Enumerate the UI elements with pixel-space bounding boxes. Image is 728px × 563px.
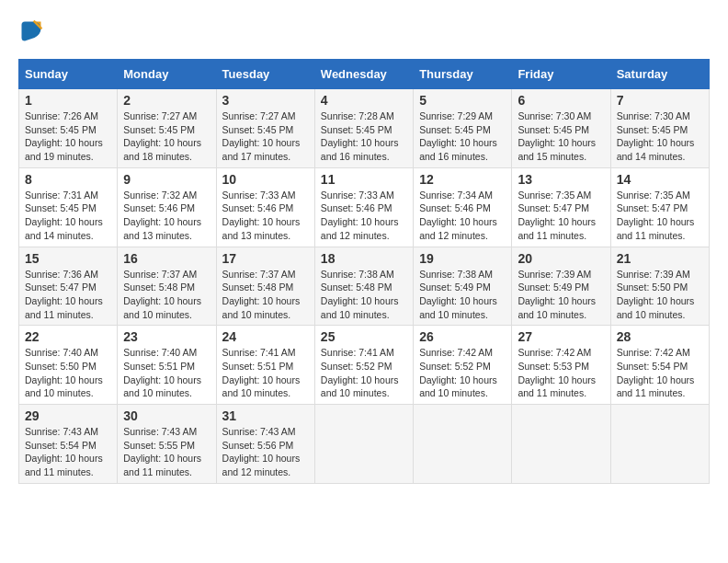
day-number: 30 — [123, 408, 210, 423]
day-info: Sunrise: 7:27 AMSunset: 5:45 PMDaylight:… — [222, 109, 309, 164]
day-number: 16 — [123, 251, 210, 266]
header-cell-monday: Monday — [118, 60, 216, 89]
day-number: 6 — [518, 93, 604, 108]
day-info: Sunrise: 7:33 AMSunset: 5:46 PMDaylight:… — [321, 189, 407, 243]
day-number: 7 — [617, 93, 703, 108]
calendar-cell: 29Sunrise: 7:43 AMSunset: 5:54 PMDayligh… — [19, 405, 118, 484]
calendar-cell: 28Sunrise: 7:42 AMSunset: 5:54 PMDayligh… — [610, 326, 709, 405]
day-number: 13 — [518, 172, 604, 187]
calendar-cell — [610, 405, 709, 484]
day-info: Sunrise: 7:38 AMSunset: 5:48 PMDaylight:… — [321, 268, 407, 322]
calendar-table: SundayMondayTuesdayWednesdayThursdayFrid… — [18, 59, 710, 484]
calendar-cell: 21Sunrise: 7:39 AMSunset: 5:50 PMDayligh… — [610, 247, 709, 326]
logo — [18, 18, 48, 44]
day-info: Sunrise: 7:40 AMSunset: 5:50 PMDaylight:… — [25, 346, 111, 400]
calendar-cell — [314, 405, 413, 484]
day-info: Sunrise: 7:32 AMSunset: 5:46 PMDaylight:… — [123, 189, 210, 243]
day-info: Sunrise: 7:30 AMSunset: 5:45 PMDaylight:… — [518, 109, 604, 164]
logo-icon — [18, 18, 44, 44]
header-cell-sunday: Sunday — [19, 60, 118, 89]
day-info: Sunrise: 7:35 AMSunset: 5:47 PMDaylight:… — [518, 189, 604, 243]
day-number: 26 — [419, 329, 506, 344]
day-info: Sunrise: 7:39 AMSunset: 5:50 PMDaylight:… — [617, 268, 703, 322]
calendar-cell — [512, 405, 610, 484]
day-number: 25 — [321, 329, 407, 344]
day-info: Sunrise: 7:37 AMSunset: 5:48 PMDaylight:… — [222, 268, 309, 322]
calendar-week-1: 1Sunrise: 7:26 AMSunset: 5:45 PMDaylight… — [19, 89, 710, 168]
day-number: 28 — [617, 329, 703, 344]
day-number: 27 — [518, 329, 604, 344]
day-info: Sunrise: 7:33 AMSunset: 5:46 PMDaylight:… — [222, 189, 309, 243]
day-number: 3 — [222, 93, 309, 108]
day-info: Sunrise: 7:34 AMSunset: 5:46 PMDaylight:… — [419, 189, 506, 243]
calendar-cell: 31Sunrise: 7:43 AMSunset: 5:56 PMDayligh… — [216, 405, 314, 484]
calendar-week-2: 8Sunrise: 7:31 AMSunset: 5:45 PMDaylight… — [19, 167, 710, 247]
calendar-cell: 1Sunrise: 7:26 AMSunset: 5:45 PMDaylight… — [19, 89, 118, 168]
day-number: 20 — [518, 251, 604, 266]
header-cell-wednesday: Wednesday — [314, 60, 413, 89]
header-cell-friday: Friday — [512, 60, 610, 89]
day-info: Sunrise: 7:43 AMSunset: 5:55 PMDaylight:… — [123, 425, 210, 479]
day-info: Sunrise: 7:30 AMSunset: 5:45 PMDaylight:… — [617, 109, 703, 164]
header-row: SundayMondayTuesdayWednesdayThursdayFrid… — [19, 60, 710, 89]
day-info: Sunrise: 7:35 AMSunset: 5:47 PMDaylight:… — [617, 189, 703, 243]
page-header — [18, 18, 710, 44]
calendar-cell: 16Sunrise: 7:37 AMSunset: 5:48 PMDayligh… — [118, 247, 216, 326]
calendar-cell: 13Sunrise: 7:35 AMSunset: 5:47 PMDayligh… — [512, 167, 610, 247]
calendar-cell: 9Sunrise: 7:32 AMSunset: 5:46 PMDaylight… — [118, 167, 216, 247]
calendar-cell: 12Sunrise: 7:34 AMSunset: 5:46 PMDayligh… — [414, 167, 512, 247]
day-number: 9 — [123, 172, 210, 187]
calendar-cell: 23Sunrise: 7:40 AMSunset: 5:51 PMDayligh… — [118, 326, 216, 405]
calendar-cell: 19Sunrise: 7:38 AMSunset: 5:49 PMDayligh… — [414, 247, 512, 326]
day-number: 29 — [25, 408, 111, 423]
calendar-cell: 18Sunrise: 7:38 AMSunset: 5:48 PMDayligh… — [314, 247, 413, 326]
calendar-cell: 4Sunrise: 7:28 AMSunset: 5:45 PMDaylight… — [314, 89, 413, 168]
calendar-cell: 11Sunrise: 7:33 AMSunset: 5:46 PMDayligh… — [314, 167, 413, 247]
day-number: 12 — [419, 172, 506, 187]
day-info: Sunrise: 7:42 AMSunset: 5:52 PMDaylight:… — [419, 346, 506, 400]
calendar-cell: 26Sunrise: 7:42 AMSunset: 5:52 PMDayligh… — [414, 326, 512, 405]
calendar-cell: 5Sunrise: 7:29 AMSunset: 5:45 PMDaylight… — [414, 89, 512, 168]
day-number: 18 — [321, 251, 407, 266]
calendar-cell: 3Sunrise: 7:27 AMSunset: 5:45 PMDaylight… — [216, 89, 314, 168]
day-info: Sunrise: 7:31 AMSunset: 5:45 PMDaylight:… — [25, 189, 111, 243]
calendar-cell: 22Sunrise: 7:40 AMSunset: 5:50 PMDayligh… — [19, 326, 118, 405]
day-number: 23 — [123, 329, 210, 344]
day-info: Sunrise: 7:43 AMSunset: 5:56 PMDaylight:… — [222, 425, 309, 479]
day-info: Sunrise: 7:41 AMSunset: 5:52 PMDaylight:… — [321, 346, 407, 400]
day-number: 21 — [617, 251, 703, 266]
day-number: 24 — [222, 329, 309, 344]
day-number: 31 — [222, 408, 309, 423]
day-number: 8 — [25, 172, 111, 187]
day-info: Sunrise: 7:28 AMSunset: 5:45 PMDaylight:… — [321, 109, 407, 164]
day-number: 4 — [321, 93, 407, 108]
day-number: 22 — [25, 329, 111, 344]
day-info: Sunrise: 7:36 AMSunset: 5:47 PMDaylight:… — [25, 268, 111, 322]
day-number: 5 — [419, 93, 506, 108]
calendar-cell: 27Sunrise: 7:42 AMSunset: 5:53 PMDayligh… — [512, 326, 610, 405]
day-number: 14 — [617, 172, 703, 187]
header-cell-thursday: Thursday — [414, 60, 512, 89]
calendar-cell: 8Sunrise: 7:31 AMSunset: 5:45 PMDaylight… — [19, 167, 118, 247]
day-info: Sunrise: 7:42 AMSunset: 5:53 PMDaylight:… — [518, 346, 604, 400]
calendar-cell: 7Sunrise: 7:30 AMSunset: 5:45 PMDaylight… — [610, 89, 709, 168]
header-cell-saturday: Saturday — [610, 60, 709, 89]
day-info: Sunrise: 7:41 AMSunset: 5:51 PMDaylight:… — [222, 346, 309, 400]
calendar-week-4: 22Sunrise: 7:40 AMSunset: 5:50 PMDayligh… — [19, 326, 710, 405]
day-info: Sunrise: 7:27 AMSunset: 5:45 PMDaylight:… — [123, 109, 210, 164]
day-info: Sunrise: 7:38 AMSunset: 5:49 PMDaylight:… — [419, 268, 506, 322]
calendar-cell: 2Sunrise: 7:27 AMSunset: 5:45 PMDaylight… — [118, 89, 216, 168]
calendar-week-3: 15Sunrise: 7:36 AMSunset: 5:47 PMDayligh… — [19, 247, 710, 326]
calendar-cell: 20Sunrise: 7:39 AMSunset: 5:49 PMDayligh… — [512, 247, 610, 326]
calendar-week-5: 29Sunrise: 7:43 AMSunset: 5:54 PMDayligh… — [19, 405, 710, 484]
calendar-cell: 30Sunrise: 7:43 AMSunset: 5:55 PMDayligh… — [118, 405, 216, 484]
day-number: 19 — [419, 251, 506, 266]
calendar-cell: 10Sunrise: 7:33 AMSunset: 5:46 PMDayligh… — [216, 167, 314, 247]
day-info: Sunrise: 7:42 AMSunset: 5:54 PMDaylight:… — [617, 346, 703, 400]
day-info: Sunrise: 7:40 AMSunset: 5:51 PMDaylight:… — [123, 346, 210, 400]
day-info: Sunrise: 7:26 AMSunset: 5:45 PMDaylight:… — [25, 109, 111, 164]
day-number: 11 — [321, 172, 407, 187]
day-number: 15 — [25, 251, 111, 266]
day-number: 10 — [222, 172, 309, 187]
day-info: Sunrise: 7:37 AMSunset: 5:48 PMDaylight:… — [123, 268, 210, 322]
